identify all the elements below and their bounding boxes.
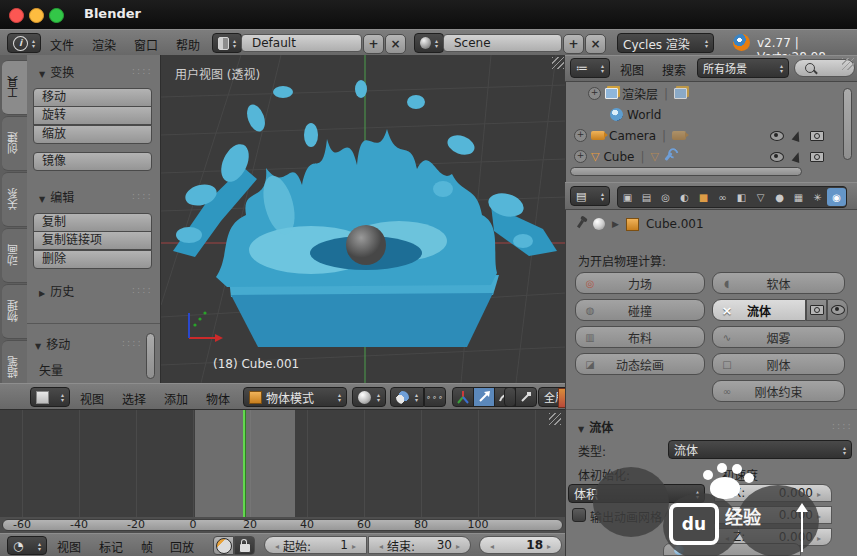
timeline-area[interactable] [0, 409, 565, 518]
decrement-arrow-icon[interactable] [725, 486, 733, 500]
decrement-arrow-icon[interactable] [725, 508, 733, 522]
renderability-toggle[interactable] [810, 152, 824, 162]
tab-relations[interactable]: 关系 [2, 172, 28, 227]
outliner-view-menu[interactable]: 视图 [620, 61, 644, 78]
playhead[interactable] [243, 410, 245, 518]
end-frame-field[interactable]: 结束: 30 [368, 536, 471, 554]
dynamic-paint-button[interactable]: 动态绘画 [575, 353, 705, 375]
editor-type-properties-dropdown[interactable] [570, 186, 610, 206]
shading-dropdown[interactable] [352, 387, 386, 407]
velocity-x-field[interactable]: X: 0.000 [714, 484, 832, 502]
add-layout-button[interactable] [363, 34, 384, 54]
increment-arrow-icon[interactable] [813, 530, 821, 544]
area-resize-grip[interactable] [842, 58, 854, 70]
cloth-button[interactable]: 布料 [575, 326, 705, 348]
fluid-type-dropdown[interactable]: 流体 [668, 440, 852, 459]
tab-modifiers-icon[interactable]: ◧ [732, 188, 751, 206]
current-frame-field[interactable]: 18 [479, 536, 562, 554]
tab-physics-icon[interactable]: ◉ [827, 188, 846, 206]
pivot-dropdown[interactable] [390, 387, 424, 407]
outliner-search-menu[interactable]: 搜索 [662, 61, 686, 78]
minimize-window-button[interactable] [29, 8, 44, 23]
duplicate-linked-button[interactable]: 复制链接项 [33, 231, 152, 250]
screen-layout-name-field[interactable]: Default [241, 34, 362, 52]
increment-arrow-icon[interactable] [813, 486, 821, 500]
rigid-body-constraint-button[interactable]: 刚体约束 [712, 380, 845, 402]
operator-panel-header[interactable]: 移动 [35, 335, 70, 352]
collision-button[interactable]: 碰撞 [575, 299, 705, 321]
selectability-toggle[interactable] [792, 151, 803, 163]
outliner-display-filter-dropdown[interactable]: 所有场景 [697, 58, 789, 78]
tab-constraints-icon[interactable]: ∞ [713, 188, 732, 206]
menu-file[interactable]: 文件 [50, 36, 74, 53]
decrement-arrow-icon[interactable] [275, 538, 283, 552]
tab-object-data-icon[interactable]: ▽ [751, 188, 770, 206]
outliner-hscrollbar[interactable] [570, 167, 802, 176]
manipulator-translate-toggle[interactable] [473, 387, 495, 407]
maximize-window-button[interactable] [49, 8, 64, 23]
volume-init-dropdown[interactable]: 体积 [568, 484, 705, 503]
clipped-bottom-button[interactable] [663, 543, 801, 556]
area-resize-grip[interactable] [549, 413, 561, 425]
menu-render[interactable]: 渲染 [92, 36, 116, 53]
select-menu[interactable]: 选择 [122, 390, 146, 407]
tab-scene-icon[interactable]: ◎ [656, 188, 675, 206]
velocity-y-field[interactable]: Y: 0.000 [714, 506, 832, 524]
timeline-marker-menu[interactable]: 标记 [99, 538, 123, 555]
outliner-item-cube[interactable]: Cube [570, 146, 857, 167]
menu-help[interactable]: 帮助 [176, 36, 200, 53]
viewport-3d[interactable]: 用户视图 (透视) (18) Cube.001 [160, 55, 566, 383]
increment-arrow-icon[interactable] [543, 538, 551, 552]
manipulator-axis-toggle[interactable] [452, 387, 474, 407]
scene-icon-dropdown[interactable] [414, 33, 444, 53]
duplicate-button[interactable]: 复制 [33, 213, 152, 232]
object-menu[interactable]: 物体 [206, 390, 230, 407]
renderability-toggle[interactable] [810, 131, 824, 141]
render-engine-dropdown[interactable]: Cycles 渲染 [617, 33, 714, 53]
tab-material-icon[interactable]: ● [770, 188, 789, 206]
expand-icon[interactable] [574, 129, 587, 142]
outliner-vscrollbar[interactable] [843, 88, 852, 160]
increment-arrow-icon[interactable] [813, 508, 821, 522]
expand-icon[interactable] [588, 87, 601, 100]
close-window-button[interactable] [9, 8, 24, 23]
editor-type-info-dropdown[interactable] [7, 33, 41, 53]
increment-arrow-icon[interactable] [348, 538, 356, 552]
pin-icon[interactable] [577, 220, 584, 228]
view-menu[interactable]: 视图 [80, 390, 104, 407]
fluid-remove-icon[interactable] [720, 303, 734, 317]
fluid-button-active[interactable]: 流体 [712, 299, 806, 321]
tab-render-layers-icon[interactable]: ▤ [637, 188, 656, 206]
tab-physics[interactable]: 物理 [2, 284, 28, 339]
visibility-toggle[interactable] [770, 131, 784, 141]
timeline-scrollbar[interactable]: -60 -40 -20 0 20 40 60 80 100 [0, 517, 565, 533]
screen-layout-icon-dropdown[interactable] [212, 33, 242, 53]
tab-texture-icon[interactable]: ▦ [789, 188, 808, 206]
remove-layout-button[interactable] [385, 34, 406, 54]
tab-create[interactable]: 创建 [2, 116, 28, 171]
delete-button[interactable]: 删除 [33, 250, 152, 269]
selectability-toggle[interactable] [792, 130, 803, 142]
add-menu[interactable]: 添加 [164, 390, 188, 407]
area-resize-grip[interactable] [552, 57, 564, 69]
scene-name-field[interactable]: Scene [443, 34, 562, 52]
rigid-body-button[interactable]: 刚体 [712, 353, 845, 375]
rotate-button[interactable]: 旋转 [33, 106, 152, 125]
panel-header-edit[interactable]: 编辑 [39, 188, 74, 205]
lock-frame-toggle[interactable] [234, 536, 255, 555]
decrement-arrow-icon[interactable] [379, 538, 387, 552]
manipulator-center-toggle[interactable] [424, 387, 446, 407]
expand-icon[interactable] [574, 150, 587, 163]
toolshelf-scrollbar[interactable] [146, 333, 155, 379]
scale-button[interactable]: 缩放 [33, 125, 152, 144]
timeline-playback-menu[interactable]: 回放 [170, 538, 194, 555]
visibility-toggle[interactable] [770, 152, 784, 162]
editor-type-timeline-dropdown[interactable] [7, 536, 47, 555]
editor-type-outliner-dropdown[interactable] [570, 58, 610, 78]
manipulator-scale-toggle[interactable] [515, 387, 537, 407]
timeline-frame-menu[interactable]: 帧 [141, 538, 153, 555]
outliner-item-renderlayers[interactable]: 渲染层 [570, 83, 857, 104]
start-frame-field[interactable]: 起始: 1 [264, 536, 367, 554]
tab-world-icon[interactable]: ◐ [675, 188, 694, 206]
soft-body-button[interactable]: 软体 [712, 272, 845, 294]
